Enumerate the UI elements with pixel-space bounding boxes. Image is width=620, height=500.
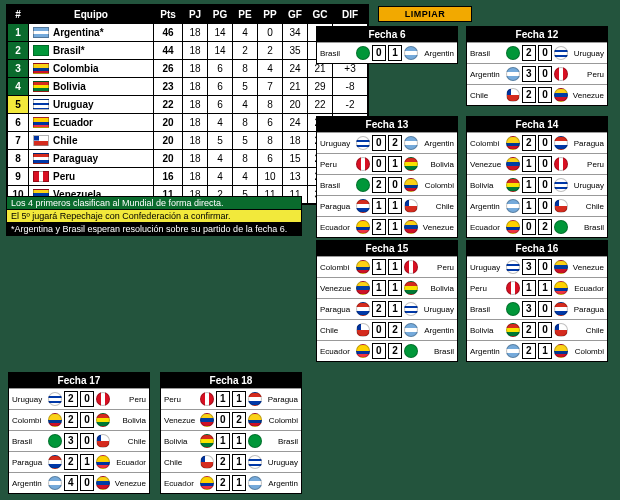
home-score-input[interactable]: 2 xyxy=(64,454,78,470)
away-team: Argentin xyxy=(418,49,457,58)
away-score-input[interactable]: 0 xyxy=(80,475,94,491)
away-score-input[interactable]: 0 xyxy=(538,177,552,193)
chile-badge-icon xyxy=(356,323,370,337)
away-score-input[interactable]: 0 xyxy=(80,412,94,428)
ecuador-flag-icon xyxy=(33,117,49,128)
away-score-input[interactable]: 1 xyxy=(538,280,552,296)
away-score-input[interactable]: 0 xyxy=(538,156,552,172)
match-row: Argentin30Peru xyxy=(467,63,607,84)
away-score-input[interactable]: 1 xyxy=(80,454,94,470)
home-score-input[interactable]: 1 xyxy=(216,433,230,449)
away-score-input[interactable]: 0 xyxy=(538,135,552,151)
home-score-input[interactable]: 0 xyxy=(372,135,386,151)
away-score-input[interactable]: 2 xyxy=(232,412,246,428)
away-score-input[interactable]: 2 xyxy=(388,135,402,151)
home-score-input[interactable]: 3 xyxy=(522,301,536,317)
home-score-input[interactable]: 2 xyxy=(64,391,78,407)
away-score-input[interactable]: 2 xyxy=(388,322,402,338)
away-score-input[interactable]: 1 xyxy=(388,259,402,275)
away-score-input[interactable]: 1 xyxy=(232,475,246,491)
pj-cell: 18 xyxy=(183,78,208,96)
home-score-input[interactable]: 3 xyxy=(522,259,536,275)
paraguay-badge-icon xyxy=(554,302,568,316)
away-score-input[interactable]: 0 xyxy=(538,66,552,82)
uruguay-badge-icon xyxy=(554,178,568,192)
home-team: Chile xyxy=(467,91,506,100)
away-score-input[interactable]: 1 xyxy=(538,343,552,359)
away-score-input[interactable]: 1 xyxy=(388,301,402,317)
home-score-input[interactable]: 1 xyxy=(522,156,536,172)
away-score-input[interactable]: 1 xyxy=(388,198,402,214)
standings-row: 1Argentina*46181440347+27 xyxy=(8,24,368,42)
home-score-input[interactable]: 2 xyxy=(64,412,78,428)
away-score-input[interactable]: 0 xyxy=(538,259,552,275)
home-score-input[interactable]: 1 xyxy=(372,280,386,296)
away-score-input[interactable]: 0 xyxy=(538,198,552,214)
home-score-input[interactable]: 1 xyxy=(216,391,230,407)
away-score-input[interactable]: 0 xyxy=(80,391,94,407)
pp-cell: 6 xyxy=(258,150,283,168)
argentina-badge-icon xyxy=(248,476,262,490)
match-row: Colombi20Paragua xyxy=(467,132,607,153)
home-score-input[interactable]: 2 xyxy=(522,135,536,151)
home-score-input[interactable]: 2 xyxy=(522,87,536,103)
away-score-input[interactable]: 1 xyxy=(388,45,402,61)
home-score-input[interactable]: 1 xyxy=(522,177,536,193)
dif-cell: -2 xyxy=(333,96,368,114)
home-score-input[interactable]: 0 xyxy=(372,343,386,359)
home-score-input[interactable]: 3 xyxy=(522,66,536,82)
home-score-input[interactable]: 0 xyxy=(522,219,536,235)
home-score-input[interactable]: 0 xyxy=(216,412,230,428)
bolivia-badge-icon xyxy=(506,323,520,337)
home-score-input[interactable]: 2 xyxy=(372,219,386,235)
away-score-input[interactable]: 1 xyxy=(232,433,246,449)
fixture-header: Fecha 13 xyxy=(317,117,457,132)
away-score-input[interactable]: 2 xyxy=(388,343,402,359)
match-row: Paragua21Uruguay xyxy=(317,298,457,319)
colombia-badge-icon xyxy=(356,260,370,274)
home-score-input[interactable]: 2 xyxy=(216,454,230,470)
away-score-input[interactable]: 1 xyxy=(232,454,246,470)
uruguay-badge-icon xyxy=(506,260,520,274)
home-score-input[interactable]: 2 xyxy=(522,45,536,61)
home-score-input[interactable]: 3 xyxy=(64,433,78,449)
home-score-input[interactable]: 0 xyxy=(372,45,386,61)
home-score-input[interactable]: 2 xyxy=(372,177,386,193)
standings-row: 2Brasil*44181422356+29 xyxy=(8,42,368,60)
home-score-input[interactable]: 1 xyxy=(522,198,536,214)
away-score-input[interactable]: 0 xyxy=(538,301,552,317)
away-score-input[interactable]: 1 xyxy=(232,391,246,407)
home-score-input[interactable]: 2 xyxy=(372,301,386,317)
home-team: Peru xyxy=(317,160,356,169)
away-score-input[interactable]: 0 xyxy=(538,322,552,338)
away-score-input[interactable]: 0 xyxy=(388,177,402,193)
note-direct: Los 4 primeros clasifican al Mundial de … xyxy=(6,196,302,210)
away-score-input[interactable]: 0 xyxy=(80,433,94,449)
home-score-input[interactable]: 4 xyxy=(64,475,78,491)
home-team: Argentin xyxy=(467,202,506,211)
pp-cell: 0 xyxy=(258,24,283,42)
home-score-input[interactable]: 2 xyxy=(216,475,230,491)
away-score-input[interactable]: 2 xyxy=(538,219,552,235)
team-cell: Chile xyxy=(29,132,154,150)
away-score-input[interactable]: 1 xyxy=(388,156,402,172)
home-score-input[interactable]: 0 xyxy=(372,322,386,338)
away-score-input[interactable]: 1 xyxy=(388,219,402,235)
bolivia-badge-icon xyxy=(200,434,214,448)
away-team: Uruguay xyxy=(262,458,301,467)
home-score-input[interactable]: 1 xyxy=(372,259,386,275)
home-score-input[interactable]: 2 xyxy=(522,322,536,338)
peru-badge-icon xyxy=(554,67,568,81)
venezuela-badge-icon xyxy=(554,88,568,102)
brasil-badge-icon xyxy=(506,302,520,316)
home-score-input[interactable]: 0 xyxy=(372,156,386,172)
clear-button[interactable]: LIMPIAR xyxy=(378,6,472,22)
home-score-input[interactable]: 1 xyxy=(522,280,536,296)
chile-badge-icon xyxy=(200,455,214,469)
away-score-input[interactable]: 0 xyxy=(538,87,552,103)
away-score-input[interactable]: 0 xyxy=(538,45,552,61)
home-score-input[interactable]: 2 xyxy=(522,343,536,359)
away-score-input[interactable]: 1 xyxy=(388,280,402,296)
pg-cell: 14 xyxy=(208,42,233,60)
home-score-input[interactable]: 1 xyxy=(372,198,386,214)
